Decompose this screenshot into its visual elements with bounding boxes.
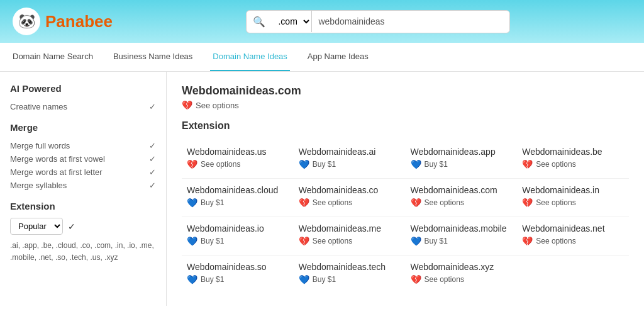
logo-icon: 🐼 [13, 8, 40, 35]
logo[interactable]: 🐼 Panabee [13, 8, 113, 35]
domain-action-5[interactable]: 💔 See options [299, 198, 401, 208]
broken-heart-icon-6: 💔 [411, 198, 421, 208]
domain-cell-7: Webdomainideas.in 💔 See options [517, 179, 629, 217]
domain-cell-6: Webdomainideas.com 💔 See options [406, 179, 518, 217]
search-input[interactable] [312, 11, 509, 31]
domain-name-3: Webdomainideas.be [522, 147, 624, 157]
domain-name-7: Webdomainideas.in [522, 185, 624, 195]
creative-names-check: ✓ [149, 102, 156, 111]
extension-check: ✓ [68, 222, 75, 232]
broken-heart-icon-5: 💔 [299, 198, 309, 208]
extension-section-title: Extension [182, 120, 629, 132]
merge-syllables-label: Merge syllables [10, 181, 67, 190]
domain-action-label-4: Buy $1 [201, 198, 224, 207]
merge-full-check: ✓ [149, 141, 156, 150]
nav-domain-name-ideas[interactable]: Domain Name Ideas [210, 43, 290, 71]
domain-action-label-7: See options [536, 198, 575, 207]
extension-select[interactable]: Popular All Country [10, 218, 63, 235]
heart-icon-13: 💙 [299, 274, 309, 284]
search-bar: 🔍 .com .net .org .io [246, 10, 510, 33]
domain-cell-1: Webdomainideas.ai 💙 Buy $1 [294, 140, 406, 179]
extension-title: Extension [10, 201, 156, 211]
domain-action-3[interactable]: 💔 See options [522, 159, 624, 169]
domain-cell-5: Webdomainideas.co 💔 See options [294, 179, 406, 217]
domain-name-11: Webdomainideas.net [522, 223, 624, 234]
domain-action-label-1: Buy $1 [313, 160, 336, 169]
domain-action-14[interactable]: 💔 See options [411, 274, 513, 284]
domain-name-2: Webdomainideas.app [411, 147, 513, 157]
merge-vowel-label: Merge words at first vowel [10, 154, 105, 164]
sidebar-item-merge-vowel[interactable]: Merge words at first vowel ✓ [10, 152, 156, 166]
domain-action-label-8: Buy $1 [201, 237, 224, 245]
domain-cell-0: Webdomainideas.us 💔 See options [182, 140, 294, 179]
domain-action-label-14: See options [425, 275, 464, 284]
domain-action-9[interactable]: 💔 See options [299, 236, 401, 246]
domain-action-12[interactable]: 💙 Buy $1 [187, 274, 289, 284]
heart-icon-12: 💙 [187, 274, 197, 284]
domain-name-12: Webdomainideas.so [187, 262, 289, 272]
domain-action-0[interactable]: 💔 See options [187, 159, 289, 169]
domain-action-label-10: Buy $1 [425, 237, 448, 245]
nav-domain-search[interactable]: Domain Name Search [10, 43, 96, 71]
merge-letter-check: ✓ [149, 167, 156, 177]
domain-cell-13: Webdomainideas.tech 💙 Buy $1 [294, 256, 406, 293]
primary-domain: Webdomainideas.com 💔 See options [182, 84, 629, 110]
domain-name-14: Webdomainideas.xyz [411, 262, 513, 272]
nav-app-name-ideas[interactable]: App Name Ideas [305, 43, 371, 71]
primary-domain-name: Webdomainideas.com [182, 84, 629, 98]
domain-action-label-0: See options [201, 160, 240, 169]
sidebar-item-merge-full[interactable]: Merge full words ✓ [10, 139, 156, 152]
sidebar-item-merge-syllables[interactable]: Merge syllables ✓ [10, 179, 156, 192]
extension-select-row: Popular All Country ✓ [10, 218, 156, 235]
header: 🐼 Panabee 🔍 .com .net .org .io [0, 0, 644, 43]
domain-cell-empty [517, 256, 629, 293]
heart-icon-10: 💙 [411, 236, 421, 246]
domain-action-4[interactable]: 💙 Buy $1 [187, 198, 289, 208]
domain-name-9: Webdomainideas.me [299, 223, 401, 234]
domain-action-6[interactable]: 💔 See options [411, 198, 513, 208]
domain-action-2[interactable]: 💙 Buy $1 [411, 159, 513, 169]
heart-icon-8: 💙 [187, 236, 197, 246]
domain-action-1[interactable]: 💙 Buy $1 [299, 159, 401, 169]
domain-action-label-12: Buy $1 [201, 275, 224, 284]
broken-heart-icon-11: 💔 [522, 236, 533, 246]
merge-title: Merge [10, 122, 156, 133]
domain-name-10: Webdomainideas.mobile [411, 223, 513, 234]
domain-action-label-3: See options [536, 160, 575, 169]
domain-action-8[interactable]: 💙 Buy $1 [187, 236, 289, 246]
merge-vowel-check: ✓ [149, 154, 156, 164]
domain-cell-12: Webdomainideas.so 💙 Buy $1 [182, 256, 294, 293]
domain-action-11[interactable]: 💔 See options [522, 236, 624, 246]
domain-name-8: Webdomainideas.io [187, 223, 289, 234]
domain-action-label-6: See options [425, 198, 464, 207]
primary-see-options-row: 💔 See options [182, 100, 629, 110]
domain-action-13[interactable]: 💙 Buy $1 [299, 274, 401, 284]
sidebar-item-merge-letter[interactable]: Merge words at first letter ✓ [10, 166, 156, 179]
nav-business-name[interactable]: Business Name Ideas [111, 43, 195, 71]
extension-list: .ai, .app, .be, .cloud, .co, .com, .in, … [10, 240, 156, 264]
domain-cell-9: Webdomainideas.me 💔 See options [294, 217, 406, 256]
sidebar: AI Powered Creative names ✓ Merge Merge … [0, 72, 167, 306]
merge-full-label: Merge full words [10, 141, 70, 150]
sidebar-item-creative-names[interactable]: Creative names ✓ [10, 100, 156, 113]
domain-action-label-2: Buy $1 [425, 160, 448, 169]
creative-names-label: Creative names [10, 102, 67, 111]
domain-name-13: Webdomainideas.tech [299, 262, 401, 272]
domain-grid: Webdomainideas.us 💔 See options Webdomai… [182, 140, 629, 293]
content: AI Powered Creative names ✓ Merge Merge … [0, 72, 644, 306]
primary-see-options-link[interactable]: See options [196, 101, 239, 110]
domain-name-6: Webdomainideas.com [411, 185, 513, 195]
domain-action-label-9: See options [313, 237, 352, 245]
tld-select[interactable]: .com .net .org .io [272, 11, 312, 32]
broken-heart-icon-3: 💔 [522, 159, 533, 169]
heart-icon-1: 💙 [299, 159, 309, 169]
heart-icon-2: 💙 [411, 159, 421, 169]
domain-name-1: Webdomainideas.ai [299, 147, 401, 157]
domain-cell-11: Webdomainideas.net 💔 See options [517, 217, 629, 256]
domain-cell-3: Webdomainideas.be 💔 See options [517, 140, 629, 179]
heart-icon-4: 💙 [187, 198, 197, 208]
broken-heart-icon-9: 💔 [299, 236, 309, 246]
ai-powered-title: AI Powered [10, 83, 156, 94]
domain-action-10[interactable]: 💙 Buy $1 [411, 236, 513, 246]
domain-action-7[interactable]: 💔 See options [522, 198, 624, 208]
